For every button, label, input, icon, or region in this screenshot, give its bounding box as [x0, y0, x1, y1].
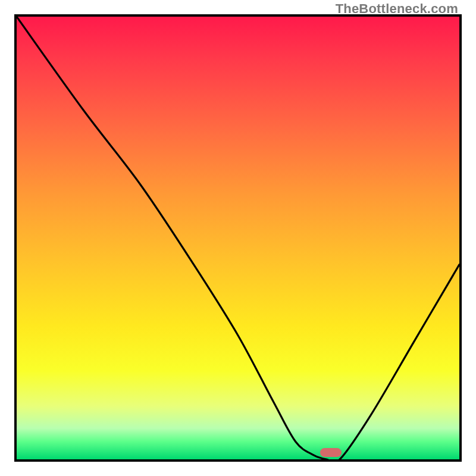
- chart-frame: [14, 14, 462, 462]
- bottleneck-curve: [17, 17, 459, 459]
- chart-svg: [17, 17, 459, 459]
- optimal-marker: [320, 448, 342, 457]
